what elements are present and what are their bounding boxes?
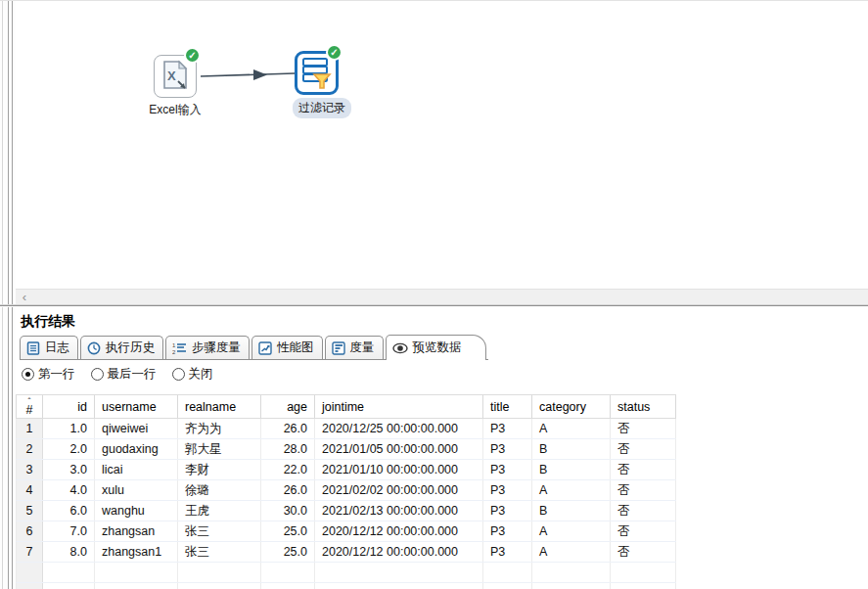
radio-first-row[interactable]: 第一行 bbox=[22, 366, 75, 383]
radio-label: 第一行 bbox=[38, 366, 75, 383]
results-title: 执行结果 bbox=[16, 307, 868, 335]
column-header-title[interactable]: title bbox=[483, 395, 532, 418]
tab-execution-history[interactable]: 执行历史 bbox=[80, 336, 163, 359]
tab-step-metrics[interactable]: 1 2 步骤度量 bbox=[165, 336, 250, 359]
table-cell bbox=[17, 583, 43, 589]
clock-icon bbox=[87, 341, 101, 355]
tab-label: 步骤度量 bbox=[192, 340, 241, 356]
radio-circle-icon bbox=[22, 368, 34, 381]
canvas-horizontal-scrollbar[interactable]: ‹ bbox=[16, 289, 868, 304]
table-row[interactable]: 67.0zhangsan张三25.02020/12/12 00:00:00.00… bbox=[16, 521, 676, 542]
table-cell bbox=[315, 583, 483, 589]
table-cell: zhangsan1 bbox=[95, 542, 178, 562]
table-cell: 郭大星 bbox=[178, 439, 261, 459]
column-header-id[interactable]: id bbox=[43, 395, 95, 418]
table-cell bbox=[611, 563, 676, 582]
table-cell: 6.0 bbox=[43, 501, 95, 521]
tab-performance-graph[interactable]: 性能图 bbox=[251, 336, 323, 359]
table-cell: 5 bbox=[17, 501, 43, 521]
results-tab-strip: 日志 执行历史 1 2 步骤度量 bbox=[20, 335, 488, 360]
table-cell: A bbox=[532, 480, 611, 500]
table-cell: 25.0 bbox=[261, 521, 315, 541]
table-cell bbox=[178, 583, 261, 589]
table-cell: 2021/02/13 00:00:00.000 bbox=[315, 501, 483, 521]
table-cell bbox=[17, 563, 43, 582]
table-header-row: ˆ#idusernamerealnameagejointimetitlecate… bbox=[16, 394, 676, 419]
preview-table: ˆ#idusernamerealnameagejointimetitlecate… bbox=[16, 394, 676, 589]
tab-label: 日志 bbox=[45, 340, 69, 356]
table-cell: 否 bbox=[611, 480, 676, 500]
column-header-#[interactable]: ˆ# bbox=[17, 395, 43, 418]
hop-connector[interactable] bbox=[16, 1, 868, 289]
table-cell: 2020/12/12 00:00:00.000 bbox=[315, 521, 483, 541]
table-cell bbox=[315, 563, 483, 582]
table-cell bbox=[95, 583, 178, 589]
column-header-category[interactable]: category bbox=[532, 395, 611, 418]
table-row[interactable]: 44.0xulu徐璐26.02021/02/02 00:00:00.000P3A… bbox=[16, 480, 676, 501]
table-cell: 3.0 bbox=[43, 460, 95, 479]
table-cell: 2.0 bbox=[43, 439, 95, 459]
table-row[interactable]: 33.0licai李财22.02021/01/10 00:00:00.000P3… bbox=[16, 460, 676, 480]
tab-label: 预览数据 bbox=[413, 340, 462, 356]
table-cell bbox=[43, 583, 95, 589]
table-cell: wanghu bbox=[95, 501, 178, 521]
vertical-splitter[interactable] bbox=[0, 1, 16, 589]
radio-circle-icon bbox=[172, 368, 185, 381]
table-cell: P3 bbox=[483, 521, 532, 541]
table-cell: 25.0 bbox=[261, 542, 315, 562]
table-cell: 否 bbox=[611, 419, 676, 438]
table-cell: 3 bbox=[17, 460, 43, 479]
table-cell: P3 bbox=[483, 439, 532, 459]
table-cell: qiweiwei bbox=[95, 419, 178, 438]
table-cell: 2021/01/10 00:00:00.000 bbox=[315, 460, 483, 479]
hop-arrow-icon bbox=[253, 69, 267, 80]
column-header-username[interactable]: username bbox=[95, 395, 178, 418]
radio-label: 最后一行 bbox=[108, 366, 157, 383]
table-cell bbox=[532, 583, 611, 589]
table-cell: 李财 bbox=[178, 460, 261, 479]
table-row[interactable] bbox=[16, 563, 676, 583]
table-cell: xulu bbox=[95, 480, 178, 500]
tab-log[interactable]: 日志 bbox=[20, 336, 78, 359]
radio-close[interactable]: 关闭 bbox=[172, 366, 213, 383]
table-row[interactable]: 56.0wanghu王虎30.02021/02/13 00:00:00.000P… bbox=[16, 501, 676, 521]
tab-preview-data[interactable]: 预览数据 bbox=[386, 335, 486, 360]
column-header-status[interactable]: status bbox=[611, 395, 676, 418]
table-cell: 22.0 bbox=[261, 460, 315, 479]
radio-last-row[interactable]: 最后一行 bbox=[91, 366, 157, 383]
numbered-list-icon: 1 2 bbox=[172, 341, 187, 355]
table-cell: A bbox=[532, 542, 611, 562]
table-cell: 王虎 bbox=[178, 501, 261, 521]
line-chart-icon bbox=[258, 341, 272, 355]
table-row[interactable]: 78.0zhangsan1张三25.02020/12/12 00:00:00.0… bbox=[16, 542, 676, 563]
table-cell: B bbox=[532, 501, 611, 521]
table-cell bbox=[483, 583, 532, 589]
column-header-realname[interactable]: realname bbox=[178, 395, 261, 418]
table-cell: 张三 bbox=[178, 521, 261, 541]
table-cell bbox=[532, 563, 611, 582]
design-canvas[interactable]: X ✓ Excel输入 ✓ 过滤记录 bbox=[16, 1, 868, 289]
table-cell: 徐璐 bbox=[178, 480, 261, 500]
table-cell: P3 bbox=[483, 480, 532, 500]
table-row[interactable]: 11.0qiweiwei齐为为26.02020/12/25 00:00:00.0… bbox=[16, 419, 676, 439]
table-cell bbox=[178, 563, 261, 582]
column-header-jointime[interactable]: jointime bbox=[315, 395, 483, 418]
table-cell: 2020/12/12 00:00:00.000 bbox=[315, 542, 483, 562]
tab-metrics[interactable]: 度量 bbox=[325, 336, 384, 359]
scroll-left-icon[interactable]: ‹ bbox=[16, 290, 33, 304]
table-cell: P3 bbox=[483, 501, 532, 521]
table-cell bbox=[261, 583, 315, 589]
table-cell: 1 bbox=[17, 419, 43, 438]
table-cell: 4 bbox=[17, 480, 43, 500]
table-row[interactable] bbox=[16, 583, 676, 589]
table-cell: 张三 bbox=[178, 542, 261, 562]
table-cell: 30.0 bbox=[261, 501, 315, 521]
table-cell bbox=[95, 563, 178, 582]
table-cell: 1.0 bbox=[43, 419, 95, 438]
column-header-age[interactable]: age bbox=[261, 395, 315, 418]
eye-icon bbox=[392, 341, 408, 355]
svg-text:X: X bbox=[167, 68, 176, 83]
table-cell: 2020/12/25 00:00:00.000 bbox=[315, 419, 483, 438]
grip-line bbox=[8, 1, 9, 589]
table-row[interactable]: 22.0guodaxing郭大星28.02021/01/05 00:00:00.… bbox=[16, 439, 676, 460]
